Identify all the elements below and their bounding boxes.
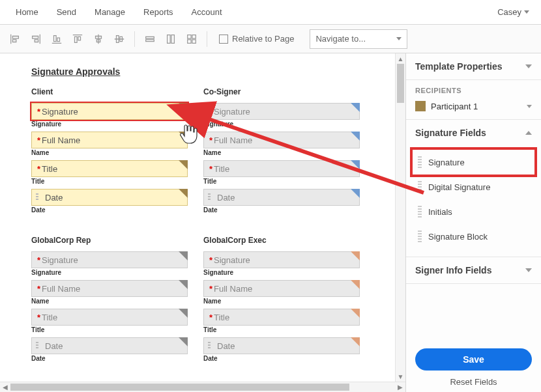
navigate-label: Navigate to... [315, 34, 366, 44]
field-placeholder: Full Name [42, 135, 80, 145]
match-width-button[interactable] [140, 29, 160, 49]
date-field[interactable]: Date [203, 337, 360, 354]
field-label: Title [31, 178, 188, 185]
horizontal-scrollbar[interactable]: ◀ ▶ [0, 382, 405, 392]
field-placeholder: Title [214, 164, 229, 174]
title-field[interactable]: *Title [31, 309, 188, 326]
document-canvas[interactable]: Signature Approvals Client *Signature Si… [0, 53, 395, 382]
block-title: GlobalCorp Rep [31, 236, 188, 245]
fullname-field[interactable]: *Full Name [203, 280, 360, 297]
scroll-down-icon[interactable]: ▼ [396, 371, 405, 382]
field-placeholder: Signature [214, 107, 250, 117]
participant-label: Participant 1 [431, 102, 478, 111]
sigfield-label: Initials [428, 207, 452, 217]
drag-handle-icon [418, 206, 422, 217]
field-label: Signature [203, 120, 360, 128]
date-field[interactable]: Date [31, 189, 188, 206]
save-button[interactable]: Save [415, 348, 532, 371]
chevron-down-icon [527, 105, 532, 108]
signer-info-label: Signer Info Fields [415, 265, 491, 275]
relative-label: Relative to Page [232, 34, 294, 44]
field-label: Name [31, 149, 188, 156]
align-left-edges-button[interactable] [5, 29, 25, 49]
nav-manage[interactable]: Manage [85, 0, 134, 24]
field-label: Title [203, 326, 360, 333]
document-title: Signature Approvals [31, 66, 386, 77]
chevron-down-icon [396, 37, 402, 40]
field-placeholder: Title [42, 164, 57, 174]
align-center-v-button[interactable] [110, 29, 129, 49]
title-field[interactable]: *Title [31, 160, 188, 177]
field-placeholder: Date [45, 341, 63, 351]
drag-handle-icon [418, 156, 422, 168]
chevron-up-icon [525, 131, 532, 135]
signature-field[interactable]: *Signature [31, 251, 188, 268]
scroll-up-icon[interactable]: ▲ [396, 53, 405, 64]
recipient-participant-1[interactable]: Participant 1 [406, 98, 541, 119]
field-label: Name [203, 149, 360, 156]
signature-block: Co-Signer *Signature Signature *Full Nam… [203, 87, 360, 217]
match-both-button[interactable] [182, 29, 201, 49]
relative-to-page-toggle[interactable]: Relative to Page [212, 34, 300, 44]
block-title: Co-Signer [203, 87, 360, 96]
signature-field[interactable]: *Signature [203, 103, 360, 120]
nav-home[interactable]: Home [7, 0, 48, 24]
vertical-scrollbar[interactable]: ▲ ▼ [395, 53, 405, 382]
field-placeholder: Title [42, 313, 57, 322]
signature-block: GlobalCorp Rep *Signature Signature *Ful… [31, 236, 188, 366]
sigfield-label: Signature Block [428, 232, 488, 242]
field-label: Signature [31, 269, 188, 276]
template-properties-header[interactable]: Template Properties [406, 53, 541, 79]
signature-field[interactable]: *Signature [203, 251, 360, 268]
field-label: Date [203, 355, 360, 362]
field-label: Title [31, 326, 188, 333]
scroll-right-icon[interactable]: ▶ [395, 382, 405, 392]
template-properties-label: Template Properties [415, 61, 503, 72]
align-center-h-button[interactable] [89, 29, 108, 49]
align-right-edges-button[interactable] [26, 29, 46, 49]
signature-block: GlobalCorp Exec *Signature Signature *Fu… [203, 236, 360, 366]
sigfield-digital-signature[interactable]: Digital Signature [413, 175, 534, 199]
user-menu[interactable]: Casey [497, 7, 534, 17]
sigfield-signature-block[interactable]: Signature Block [413, 224, 534, 249]
nav-send[interactable]: Send [48, 0, 85, 24]
field-label: Title [203, 178, 360, 185]
title-field[interactable]: *Title [203, 309, 360, 326]
signature-field[interactable]: *Signature [31, 103, 188, 120]
title-field[interactable]: *Title [203, 160, 360, 177]
chevron-down-icon [524, 10, 529, 14]
signature-block: Client *Signature Signature *Full Name N… [31, 87, 188, 217]
field-label: Date [203, 206, 360, 214]
reset-fields-link[interactable]: Reset Fields [415, 377, 532, 387]
nav-reports[interactable]: Reports [134, 0, 183, 24]
align-top-button[interactable] [68, 29, 87, 49]
navigate-to-select[interactable]: Navigate to... [310, 29, 407, 49]
nav-account[interactable]: Account [183, 0, 231, 24]
checkbox-icon [219, 35, 228, 44]
signature-fields-label: Signature Fields [415, 128, 486, 138]
block-title: GlobalCorp Exec [203, 236, 360, 245]
field-label: Signature [31, 120, 188, 128]
field-placeholder: Title [214, 313, 229, 322]
toolbar: Relative to Page Navigate to... [0, 25, 541, 53]
user-name: Casey [497, 7, 521, 17]
date-field[interactable]: Date [31, 337, 188, 354]
field-label: Date [31, 355, 188, 362]
match-height-button[interactable] [161, 29, 181, 49]
sigfield-signature[interactable]: Signature [413, 150, 534, 175]
scroll-left-icon[interactable]: ◀ [0, 382, 10, 392]
fullname-field[interactable]: *Full Name [203, 132, 360, 148]
fullname-field[interactable]: *Full Name [31, 280, 188, 297]
date-field[interactable]: Date [203, 189, 360, 206]
fullname-field[interactable]: *Full Name [31, 132, 188, 148]
drag-handle-icon [418, 231, 422, 242]
signature-fields-header[interactable]: Signature Fields [406, 120, 541, 146]
align-bottom-button[interactable] [47, 29, 66, 49]
field-placeholder: Date [217, 193, 235, 203]
recipients-heading: RECIPIENTS [406, 87, 541, 98]
sigfield-initials[interactable]: Initials [413, 199, 534, 224]
top-nav: Home Send Manage Reports Account Casey [0, 0, 541, 25]
signer-info-fields-header[interactable]: Signer Info Fields [406, 257, 541, 283]
scroll-thumb[interactable] [397, 64, 404, 103]
scroll-thumb[interactable] [10, 384, 349, 391]
